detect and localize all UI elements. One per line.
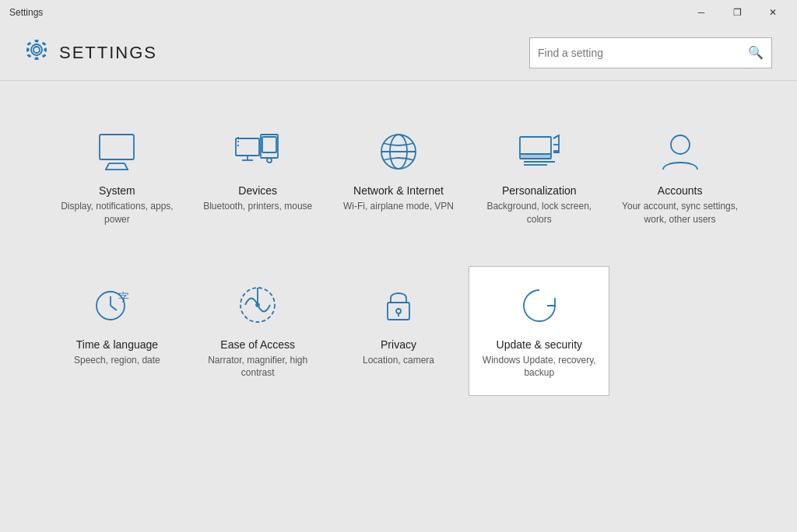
item-desc-update: Windows Update, recovery, backup (477, 354, 601, 380)
item-title-accounts: Accounts (658, 184, 703, 197)
svg-rect-10 (261, 135, 278, 158)
settings-item-update[interactable]: Update & security Windows Update, recove… (469, 266, 609, 397)
svg-rect-35 (388, 303, 409, 320)
privacy-icon (371, 282, 426, 329)
item-desc-system: Display, notifications, apps, power (55, 200, 179, 226)
network-icon (371, 128, 426, 175)
settings-item-time[interactable]: 字 Time & language Speech, region, date (47, 266, 188, 397)
item-title-privacy: Privacy (381, 338, 416, 351)
svg-rect-21 (520, 154, 551, 159)
settings-item-personalization[interactable]: Personalization Background, lock screen,… (469, 112, 609, 243)
item-desc-privacy: Location, camera (363, 354, 434, 367)
item-title-devices: Devices (238, 184, 277, 197)
close-button[interactable]: ✕ (755, 0, 791, 25)
item-title-personalization: Personalization (502, 184, 577, 197)
settings-item-system[interactable]: System Display, notifications, apps, pow… (47, 112, 188, 243)
item-desc-time: Speech, region, date (74, 354, 160, 367)
svg-point-34 (256, 303, 259, 306)
settings-item-ease[interactable]: Ease of Access Narrator, magnifier, high… (188, 266, 328, 397)
svg-point-11 (267, 158, 272, 163)
time-icon: 字 (90, 282, 144, 329)
settings-item-devices[interactable]: Devices Bluetooth, printers, mouse (188, 112, 328, 243)
svg-point-1 (31, 44, 42, 55)
maximize-button[interactable]: ❐ (719, 0, 755, 25)
system-icon (90, 128, 144, 175)
svg-line-6 (125, 163, 128, 170)
update-icon (512, 282, 567, 329)
item-title-time: Time & language (76, 338, 158, 351)
settings-grid: System Display, notifications, apps, pow… (47, 112, 750, 396)
settings-item-network[interactable]: Network & Internet Wi-Fi, airplane mode,… (328, 112, 469, 243)
accounts-icon (653, 128, 707, 175)
search-submit-button[interactable]: 🔍 (748, 45, 764, 60)
svg-line-5 (106, 163, 109, 170)
svg-rect-2 (100, 135, 134, 159)
svg-rect-7 (236, 138, 259, 156)
item-title-ease: Ease of Access (220, 338, 295, 351)
svg-line-30 (111, 306, 117, 310)
item-desc-network: Wi-Fi, airplane mode, VPN (343, 200, 454, 213)
ease-icon (230, 282, 285, 329)
item-desc-ease: Narrator, magnifier, high contrast (196, 354, 320, 380)
app-title: SETTINGS (59, 43, 157, 63)
svg-point-0 (33, 47, 40, 53)
settings-item-accounts[interactable]: Accounts Your account, sync settings, wo… (609, 112, 750, 243)
search-input[interactable] (538, 47, 748, 59)
settings-gear-icon (25, 38, 48, 67)
item-title-network: Network & Internet (353, 184, 444, 197)
personalization-icon (512, 128, 567, 175)
header: SETTINGS 🔍 (0, 25, 797, 81)
window-controls: ─ ❐ ✕ (683, 0, 791, 25)
item-desc-devices: Bluetooth, printers, mouse (203, 200, 312, 213)
item-title-update: Update & security (497, 338, 583, 351)
title-bar: Settings ─ ❐ ✕ (0, 0, 797, 25)
svg-rect-12 (262, 137, 276, 152)
header-left: SETTINGS (25, 38, 157, 67)
svg-point-27 (671, 135, 690, 154)
item-desc-accounts: Your account, sync settings, work, other… (618, 200, 742, 226)
item-desc-personalization: Background, lock screen, colors (477, 200, 601, 226)
settings-item-privacy[interactable]: Privacy Location, camera (328, 266, 469, 397)
devices-icon (230, 128, 285, 175)
minimize-button[interactable]: ─ (683, 0, 719, 25)
settings-main: System Display, notifications, apps, pow… (0, 81, 797, 411)
search-box[interactable]: 🔍 (529, 37, 772, 68)
svg-point-36 (396, 309, 401, 313)
window-title: Settings (9, 7, 43, 18)
svg-text:字: 字 (118, 291, 129, 303)
item-title-system: System (99, 184, 135, 197)
